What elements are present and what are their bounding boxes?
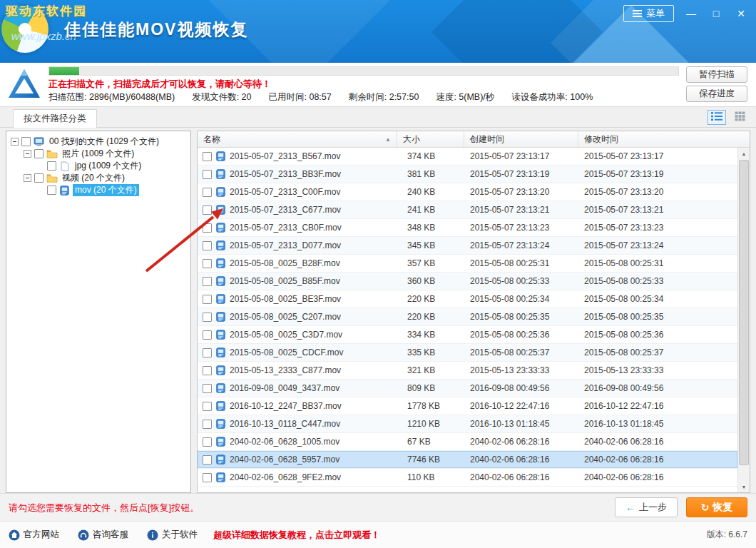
file-name: 2015-05-08_0025_B28F.mov: [230, 258, 340, 268]
row-checkbox[interactable]: [203, 402, 212, 411]
column-header-created[interactable]: 创建时间: [464, 131, 578, 147]
column-header-modified[interactable]: 修改时间: [578, 131, 750, 147]
row-checkbox[interactable]: [203, 170, 212, 179]
row-checkbox[interactable]: [203, 277, 212, 286]
scroll-up-button[interactable]: ▲: [738, 148, 750, 159]
tree-item[interactable]: 视频 (20 个文件): [6, 172, 190, 184]
titlebar-decoration: [431, 0, 603, 63]
file-created-time: 2016-09-08 00:49:56: [464, 383, 578, 393]
mov-file-icon: [216, 312, 225, 322]
file-modified-time: 2015-05-08 00:25:36: [578, 330, 737, 340]
row-checkbox[interactable]: [203, 241, 212, 250]
table-row[interactable]: 2015-05-07_2313_C00F.mov240 KB2015-05-07…: [198, 183, 737, 201]
collapse-expander-icon[interactable]: [24, 174, 31, 182]
file-created-time: 2040-02-06 06:28:16: [464, 437, 578, 447]
column-header-size[interactable]: 大小: [397, 131, 464, 147]
mov-file-icon: [216, 437, 225, 447]
file-created-time: 2015-05-07 23:13:24: [464, 240, 578, 250]
tree-checkbox[interactable]: [47, 186, 56, 195]
file-name: 2015-05-08_0025_C3D7.mov: [230, 330, 342, 340]
grid-view-button[interactable]: [730, 110, 749, 125]
tree-item[interactable]: 照片 (1009 个文件): [6, 148, 190, 160]
file-modified-time: 2015-05-08 00:25:31: [578, 258, 737, 268]
file-name-cell: 2040-02-06_0628_1005.mov: [198, 437, 397, 447]
pause-scan-button[interactable]: 暂停扫描: [686, 66, 747, 83]
row-checkbox[interactable]: [203, 206, 212, 215]
table-row[interactable]: 2015-05-07_2313_D077.mov345 KB2015-05-07…: [198, 237, 737, 255]
table-row[interactable]: 2040-02-06_0628_1005.mov67 KB2040-02-06 …: [198, 433, 737, 451]
maximize-button[interactable]: □: [708, 8, 724, 19]
recover-button[interactable]: ↻ 恢复: [686, 497, 747, 517]
mov-file-icon: [216, 151, 225, 161]
row-checkbox[interactable]: [203, 330, 212, 340]
scan-stat: 剩余时间: 2:57:50: [349, 92, 419, 102]
tree-checkbox[interactable]: [47, 161, 56, 171]
table-row[interactable]: 2015-05-07_2313_CB0F.mov348 KB2015-05-07…: [198, 219, 737, 237]
table-row[interactable]: 2040-02-06_0628_5957.mov7746 KB2040-02-0…: [198, 451, 737, 469]
collapse-expander-icon[interactable]: [11, 138, 19, 146]
row-checkbox[interactable]: [203, 188, 212, 197]
table-row[interactable]: 2040-02-06_0628_9FE2.mov110 KB2040-02-06…: [198, 469, 737, 487]
list-view-button[interactable]: [708, 110, 726, 125]
row-checkbox[interactable]: [203, 473, 212, 482]
table-row[interactable]: 2016-09-08_0049_3437.mov809 KB2016-09-08…: [198, 380, 737, 397]
table-row[interactable]: 2015-05-08_0025_CDCF.mov335 KB2015-05-08…: [198, 344, 737, 362]
table-row[interactable]: 2015-05-08_0025_B85F.mov360 KB2015-05-08…: [198, 273, 737, 290]
file-created-time: 2015-05-07 23:13:23: [464, 223, 578, 233]
row-checkbox[interactable]: [203, 152, 212, 161]
back-button[interactable]: ← 上一步: [615, 497, 678, 517]
tutorial-promo-link[interactable]: 超级详细数据恢复教程，点击立即观看！: [213, 529, 380, 542]
menu-button[interactable]: 菜单: [623, 5, 674, 22]
table-row[interactable]: 2015-05-07_2313_B567.mov374 KB2015-05-07…: [198, 148, 737, 166]
row-checkbox[interactable]: [203, 259, 212, 268]
view-toggles: [708, 110, 749, 125]
table-row[interactable]: 2015-05-08_0025_B28F.mov357 KB2015-05-08…: [198, 255, 737, 273]
file-created-time: 2015-05-08 00:25:34: [464, 294, 578, 304]
footer-link-support[interactable]: 咨询客服: [78, 529, 128, 541]
tree-checkbox[interactable]: [34, 173, 44, 183]
mov-file-icon: [216, 258, 225, 268]
row-checkbox[interactable]: [203, 223, 212, 233]
tree-checkbox[interactable]: [34, 149, 44, 158]
footer-link-home[interactable]: 官方网站: [9, 529, 59, 541]
mov-file-icon: [216, 383, 225, 393]
mov-file-icon: [216, 347, 225, 357]
row-checkbox[interactable]: [203, 366, 212, 375]
tree-item[interactable]: mov (20 个文件): [6, 184, 190, 196]
row-checkbox[interactable]: [203, 437, 212, 447]
vertical-scrollbar[interactable]: ▲ ▼: [737, 148, 750, 492]
row-checkbox[interactable]: [203, 348, 212, 357]
table-row[interactable]: 2015-05-07_2313_C677.mov241 KB2015-05-07…: [198, 201, 737, 219]
file-size: 240 KB: [397, 187, 464, 197]
row-checkbox[interactable]: [203, 313, 212, 322]
table-row[interactable]: 2015-05-08_0025_C3D7.mov334 KB2015-05-08…: [198, 326, 737, 344]
tab-classify-by-path[interactable]: 按文件路径分类: [13, 109, 97, 128]
scrollbar-thumb[interactable]: [739, 160, 749, 465]
row-checkbox[interactable]: [203, 420, 212, 429]
row-checkbox[interactable]: [203, 455, 212, 465]
collapse-expander-icon[interactable]: [24, 150, 31, 158]
file-name-cell: 2015-05-13_2333_C877.mov: [198, 365, 397, 375]
file-name: 2016-10-12_2247_BB37.mov: [230, 401, 342, 411]
save-progress-button[interactable]: 保存进度: [686, 86, 747, 102]
scroll-down-button[interactable]: ▼: [738, 481, 750, 492]
tree-item[interactable]: 00 找到的文件 (1029 个文件): [6, 136, 190, 148]
table-row[interactable]: 2016-10-13_0118_C447.mov1210 KB2016-10-1…: [198, 415, 737, 433]
scan-stat: 已用时间: 08:57: [269, 92, 332, 102]
minimize-button[interactable]: —: [683, 8, 699, 19]
close-button[interactable]: ✕: [733, 8, 749, 19]
table-row[interactable]: 2015-05-13_2333_C877.mov321 KB2015-05-13…: [198, 362, 737, 380]
column-header-name[interactable]: 名称 ▲: [198, 131, 397, 147]
table-row[interactable]: 2015-05-08_0025_BE3F.mov220 KB2015-05-08…: [198, 290, 737, 308]
row-checkbox[interactable]: [203, 295, 212, 304]
footer-link-about[interactable]: 关于软件: [147, 529, 198, 541]
row-checkbox[interactable]: [203, 384, 212, 393]
table-row[interactable]: 2015-05-08_0025_C207.mov220 KB2015-05-08…: [198, 308, 737, 326]
table-row[interactable]: 2016-10-12_2247_BB37.mov1778 KB2016-10-1…: [198, 397, 737, 415]
file-name: 2015-05-07_2313_CB0F.mov: [230, 223, 342, 233]
file-icon: [58, 161, 71, 171]
tree-checkbox[interactable]: [21, 137, 31, 146]
table-row[interactable]: 2015-05-07_2313_BB3F.mov381 KB2015-05-07…: [198, 166, 737, 183]
tree-item[interactable]: jpg (1009 个文件): [6, 160, 190, 172]
file-size: 809 KB: [397, 383, 464, 393]
